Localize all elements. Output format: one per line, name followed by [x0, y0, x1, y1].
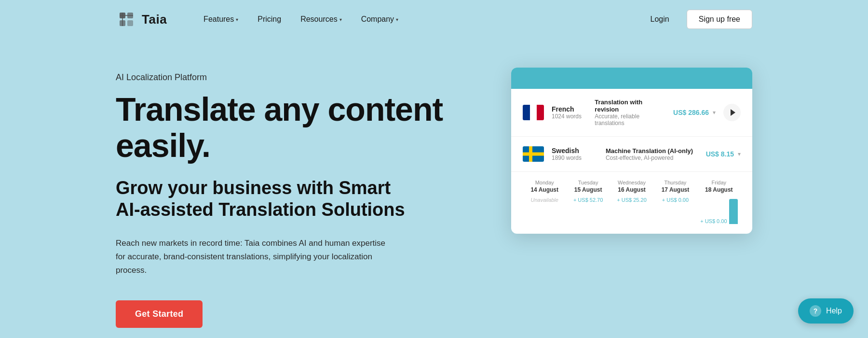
- card-header: [511, 68, 752, 89]
- nav-item-features[interactable]: Features ▾: [196, 11, 246, 28]
- nav-item-company[interactable]: Company ▾: [353, 11, 406, 28]
- price-col-french: US$ 286.66 ▾: [673, 109, 716, 116]
- service-info-french: Translation with revision Accurate, reli…: [595, 99, 665, 127]
- calendar-bar: [729, 199, 738, 224]
- hero-subtitle: AI Localization Platform: [116, 72, 473, 83]
- cal-day-monday[interactable]: Monday 14 August Unavailable: [523, 180, 566, 224]
- logo-text: Taia: [142, 12, 167, 27]
- hero-tagline: Grow your business with Smart AI-assiste…: [116, 177, 473, 221]
- chevron-down-icon: ▾: [236, 17, 238, 22]
- lang-row-french: French 1024 words Translation with revis…: [511, 89, 752, 137]
- chevron-down-icon: ▾: [738, 151, 741, 157]
- nav-right: Login Sign up free: [643, 10, 752, 29]
- flag-stripe-blue: [523, 105, 530, 120]
- lang-row-swedish: Swedish 1890 words Machine Translation (…: [511, 137, 752, 172]
- get-started-button[interactable]: Get Started: [116, 300, 203, 328]
- flag-cross-horizontal: [523, 153, 544, 156]
- flag-stripe-red: [537, 105, 544, 120]
- nav-item-resources[interactable]: Resources ▾: [293, 11, 349, 28]
- service-info-swedish: Machine Translation (AI-only) Cost-effec…: [606, 147, 698, 161]
- hero-visual: French 1024 words Translation with revis…: [511, 68, 752, 234]
- chevron-down-icon: ▾: [713, 109, 716, 116]
- login-button[interactable]: Login: [643, 11, 677, 28]
- cal-day-tuesday[interactable]: Tuesday 15 August + US$ 52.70: [566, 180, 610, 224]
- flag-swedish: [523, 146, 544, 162]
- play-icon-french[interactable]: [723, 104, 741, 121]
- service-name-swedish: Machine Translation (AI-only): [606, 147, 698, 155]
- dashboard-card: French 1024 words Translation with revis…: [511, 68, 752, 234]
- price-value-swedish: US$ 8.15: [706, 150, 734, 158]
- chevron-down-icon: ▾: [396, 17, 398, 22]
- cal-day-thursday[interactable]: Thursday 17 August + US$ 0.00: [653, 180, 697, 224]
- svg-rect-3: [127, 20, 133, 26]
- calendar-row: Monday 14 August Unavailable Tuesday 15 …: [523, 180, 741, 224]
- hero-section: AI Localization Platform Translate any c…: [0, 39, 868, 338]
- hero-content: AI Localization Platform Translate any c…: [116, 63, 473, 328]
- service-desc-french: Accurate, reliable translations: [595, 113, 665, 127]
- service-desc-swedish: Cost-effective, AI-powered: [606, 155, 698, 161]
- help-label: Help: [826, 307, 842, 315]
- lang-words-swedish: 1890 words: [552, 155, 598, 161]
- lang-info-french: French 1024 words: [552, 105, 587, 120]
- lang-name-french: French: [552, 105, 587, 113]
- navbar: Taia Features ▾ Pricing Resources ▾ Comp…: [0, 0, 868, 39]
- price-col-swedish: US$ 8.15 ▾: [706, 150, 741, 158]
- help-icon: ?: [810, 305, 821, 317]
- signup-button[interactable]: Sign up free: [687, 10, 752, 29]
- logo-icon: [116, 9, 137, 30]
- hero-title: Translate any content easily.: [116, 91, 473, 164]
- price-value-french: US$ 286.66: [673, 109, 709, 116]
- service-name-french: Translation with revision: [595, 99, 665, 113]
- logo[interactable]: Taia: [116, 9, 167, 30]
- help-bubble[interactable]: ? Help: [798, 298, 854, 324]
- nav-item-pricing[interactable]: Pricing: [250, 11, 289, 28]
- card-body: French 1024 words Translation with revis…: [511, 89, 752, 234]
- nav-links: Features ▾ Pricing Resources ▾ Company ▾: [196, 11, 642, 28]
- hero-description: Reach new markets in record time: Taia c…: [116, 237, 395, 277]
- cal-day-wednesday[interactable]: Wednesday 16 August + US$ 25.20: [610, 180, 653, 224]
- flag-stripe-white: [530, 105, 537, 120]
- chevron-down-icon: ▾: [339, 17, 342, 22]
- flag-cross-vertical: [529, 146, 532, 162]
- lang-words-french: 1024 words: [552, 113, 587, 120]
- lang-name-swedish: Swedish: [552, 147, 598, 155]
- lang-info-swedish: Swedish 1890 words: [552, 147, 598, 161]
- flag-french: [523, 105, 544, 120]
- calendar-section: Monday 14 August Unavailable Tuesday 15 …: [511, 172, 752, 234]
- cal-day-friday[interactable]: Friday 18 August + US$ 0.00: [697, 180, 741, 224]
